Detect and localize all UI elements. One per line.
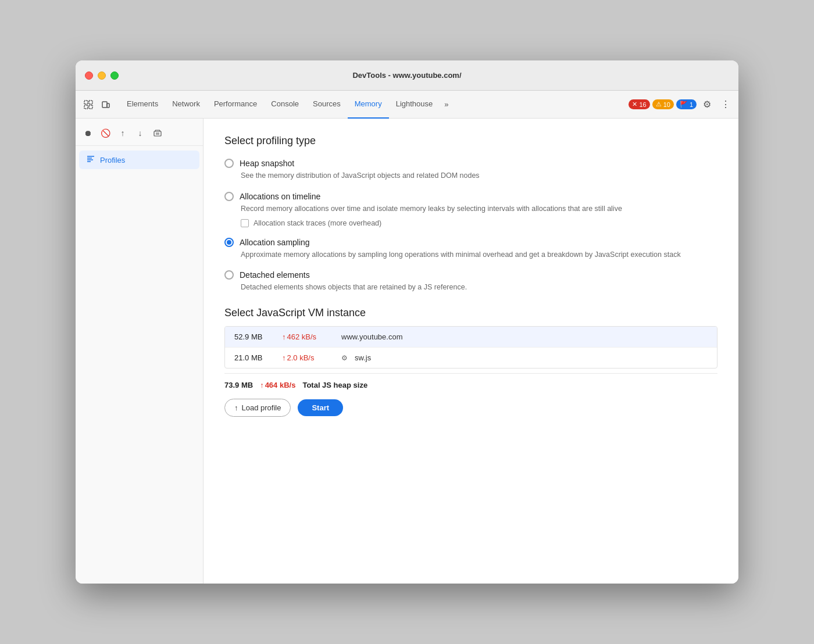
info-badge[interactable]: 🚩 1	[676, 99, 697, 109]
svg-rect-2	[84, 105, 88, 109]
upload-icon[interactable]: ↑	[115, 126, 130, 141]
warning-icon: ⚠	[656, 101, 662, 108]
vm-youtube-rate: ↑ 462 kB/s	[282, 332, 334, 341]
tab-memory[interactable]: Memory	[348, 91, 389, 119]
heap-snapshot-radio[interactable]	[224, 159, 234, 168]
total-rate-value: 464 kB/s	[265, 381, 296, 389]
more-tabs-button[interactable]: »	[440, 91, 453, 119]
vm-swjs-rate-value: 2.0 kB/s	[287, 353, 315, 362]
vm-section-title: Select JavaScript VM instance	[224, 307, 717, 319]
heap-snapshot-desc: See the memory distribution of JavaScrip…	[241, 170, 717, 181]
content-area: Select profiling type Heap snapshot See …	[204, 119, 738, 584]
errors-badge[interactable]: ✕ 16	[629, 99, 649, 109]
allocations-timeline-label: Allocations on timeline	[240, 192, 320, 201]
warnings-badge[interactable]: ⚠ 10	[652, 99, 674, 109]
tab-bar: Elements Network Performance Console Sou…	[115, 91, 627, 119]
start-label: Start	[312, 403, 329, 412]
profiling-type-title: Select profiling type	[224, 135, 717, 147]
up-arrow-icon-2: ↑	[282, 353, 286, 362]
service-worker-icon: ⚙	[341, 354, 348, 362]
allocation-sampling-radio[interactable]	[224, 238, 234, 247]
load-profile-button[interactable]: ↑ Load profile	[224, 399, 291, 417]
sidebar: ⏺ 🚫 ↑ ↓	[76, 119, 204, 584]
allocation-stack-traces-row: Allocation stack traces (more overhead)	[241, 219, 717, 227]
svg-rect-1	[89, 101, 92, 104]
svg-rect-3	[89, 105, 92, 109]
error-icon: ✕	[632, 101, 637, 108]
vm-youtube-rate-value: 462 kB/s	[287, 332, 317, 341]
action-bar: ↑ Load profile Start	[224, 399, 717, 417]
vm-row-youtube[interactable]: 52.9 MB ↑ 462 kB/s www.youtube.com	[225, 327, 717, 348]
more-options-button[interactable]: ⋮	[717, 96, 734, 113]
up-arrow-icon: ↑	[282, 332, 286, 341]
sidebar-profiles-label: Profiles	[100, 156, 125, 164]
radio-inner-dot	[227, 240, 231, 245]
footer-bar: 73.9 MB ↑ 464 kB/s Total JS heap size	[224, 373, 717, 389]
vm-row-swjs[interactable]: 21.0 MB ↑ 2.0 kB/s ⚙ sw.js	[225, 348, 717, 368]
svg-rect-0	[84, 101, 88, 104]
errors-count: 16	[639, 101, 646, 108]
detached-elements-label: Detached elements	[240, 270, 310, 280]
minimize-button[interactable]	[98, 71, 106, 80]
allocations-timeline-label-row[interactable]: Allocations on timeline	[224, 192, 717, 201]
allocation-stack-traces-label: Allocation stack traces (more overhead)	[254, 219, 381, 227]
detached-elements-label-row[interactable]: Detached elements	[224, 270, 717, 280]
vm-youtube-size: 52.9 MB	[234, 332, 275, 341]
sidebar-toolbar: ⏺ 🚫 ↑ ↓	[76, 123, 203, 146]
sidebar-item-profiles[interactable]: Profiles	[79, 151, 199, 169]
tab-elements[interactable]: Elements	[120, 91, 165, 119]
vm-swjs-size: 21.0 MB	[234, 353, 275, 362]
vm-swjs-rate: ↑ 2.0 kB/s	[282, 353, 334, 362]
total-rate-arrow: ↑	[260, 381, 264, 389]
detached-elements-option: Detached elements Detached elements show…	[224, 270, 717, 293]
load-profile-label: Load profile	[242, 403, 281, 412]
tab-performance[interactable]: Performance	[207, 91, 264, 119]
total-heap-label: Total JS heap size	[302, 381, 367, 389]
settings-button[interactable]: ⚙	[699, 96, 715, 113]
total-heap-rate: ↑ 464 kB/s	[260, 381, 295, 389]
total-heap-size: 73.9 MB	[224, 381, 253, 389]
allocation-sampling-label: Allocation sampling	[240, 238, 310, 247]
vm-youtube-name: www.youtube.com	[341, 332, 403, 341]
vm-swjs-name: sw.js	[355, 353, 371, 362]
allocations-timeline-option: Allocations on timeline Record memory al…	[224, 192, 717, 227]
titlebar: DevTools - www.youtube.com/	[76, 60, 738, 91]
download-icon[interactable]: ↓	[133, 126, 148, 141]
info-icon: 🚩	[680, 101, 688, 108]
stop-button[interactable]: 🚫	[98, 126, 113, 141]
tab-network[interactable]: Network	[165, 91, 207, 119]
device-toggle-icon[interactable]	[98, 96, 114, 113]
allocation-sampling-option: Allocation sampling Approximate memory a…	[224, 238, 717, 260]
traffic-lights	[85, 71, 119, 80]
allocations-timeline-desc: Record memory allocations over time and …	[241, 203, 717, 214]
tab-console[interactable]: Console	[264, 91, 306, 119]
close-button[interactable]	[85, 71, 93, 80]
tab-sources[interactable]: Sources	[306, 91, 348, 119]
clear-icon[interactable]	[150, 126, 165, 141]
inspect-icon[interactable]	[80, 96, 97, 113]
allocations-timeline-radio[interactable]	[224, 192, 234, 201]
toolbar-right: ✕ 16 ⚠ 10 🚩 1 ⚙ ⋮	[629, 96, 734, 113]
start-button[interactable]: Start	[298, 399, 343, 416]
allocation-sampling-desc: Approximate memory allocations by sampli…	[241, 249, 717, 260]
heap-snapshot-label-row[interactable]: Heap snapshot	[224, 159, 717, 168]
warnings-count: 10	[663, 101, 670, 108]
main: ⏺ 🚫 ↑ ↓	[76, 119, 738, 584]
profiles-icon	[86, 154, 95, 166]
vm-table: 52.9 MB ↑ 462 kB/s www.youtube.com 21.0 …	[224, 326, 717, 368]
allocation-stack-traces-checkbox[interactable]	[241, 219, 249, 227]
tab-lighthouse[interactable]: Lighthouse	[389, 91, 440, 119]
heap-snapshot-option: Heap snapshot See the memory distributio…	[224, 159, 717, 181]
allocation-sampling-label-row[interactable]: Allocation sampling	[224, 238, 717, 247]
svg-rect-5	[107, 103, 109, 108]
detached-elements-radio[interactable]	[224, 270, 234, 280]
toolbar: Elements Network Performance Console Sou…	[76, 91, 738, 119]
info-count: 1	[690, 101, 693, 108]
upload-icon-btn: ↑	[234, 403, 238, 412]
heap-snapshot-label: Heap snapshot	[240, 159, 294, 168]
devtools-window: DevTools - www.youtube.com/ Elements Net…	[76, 60, 738, 584]
svg-rect-6	[154, 131, 161, 136]
window-title: DevTools - www.youtube.com/	[352, 71, 461, 80]
record-button[interactable]: ⏺	[80, 126, 95, 141]
fullscreen-button[interactable]	[110, 71, 119, 80]
